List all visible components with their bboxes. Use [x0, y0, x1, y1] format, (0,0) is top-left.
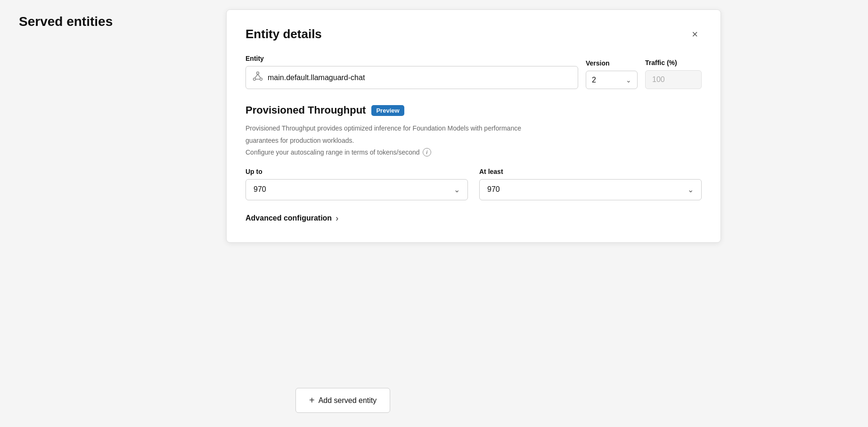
- at-least-chevron-icon: ⌄: [688, 185, 694, 194]
- up-to-value: 970: [254, 185, 266, 194]
- up-to-select[interactable]: 970 ⌄: [246, 179, 468, 200]
- throughput-description-1: Provisioned Throughput provides optimize…: [246, 123, 702, 133]
- modal-container: Entity details × Entity: [226, 9, 721, 243]
- version-field: Version 1 2 3 ⌄: [586, 59, 638, 89]
- up-to-label: Up to: [246, 168, 468, 175]
- throughput-description-2: guarantees for production workloads.: [246, 135, 702, 146]
- svg-point-1: [254, 78, 256, 81]
- at-least-select[interactable]: 970 ⌄: [479, 179, 702, 200]
- at-least-field: At least 970 ⌄: [479, 168, 702, 200]
- provisioned-throughput-heading: Provisioned Throughput: [246, 104, 366, 116]
- entity-label: Entity: [246, 55, 578, 62]
- add-served-entity-button[interactable]: + Add served entity: [295, 388, 390, 413]
- model-icon: [253, 71, 263, 84]
- advanced-config-label: Advanced configuration: [246, 214, 332, 222]
- autoscaling-label-row: Configure your autoscaling range in term…: [246, 148, 702, 156]
- svg-line-3: [255, 74, 258, 78]
- page-background: Served entities Entity details × Entity: [0, 0, 868, 427]
- provisioned-throughput-section: Provisioned Throughput Preview: [246, 104, 702, 116]
- up-to-field: Up to 970 ⌄: [246, 168, 468, 200]
- preview-badge: Preview: [371, 105, 404, 116]
- entity-input-wrapper: [246, 66, 578, 89]
- svg-line-4: [258, 74, 261, 78]
- modal-header: Entity details ×: [246, 27, 702, 41]
- at-least-value: 970: [487, 185, 500, 194]
- entity-field: Entity: [246, 55, 578, 89]
- svg-point-2: [260, 78, 262, 81]
- close-button[interactable]: ×: [688, 27, 702, 41]
- version-label: Version: [586, 59, 638, 67]
- plus-icon: +: [309, 395, 315, 406]
- modal-title: Entity details: [246, 27, 322, 41]
- traffic-field: Traffic (%) 100: [645, 59, 702, 89]
- advanced-config-chevron-icon: ›: [336, 214, 338, 223]
- version-select[interactable]: 1 2 3: [592, 76, 631, 84]
- info-icon[interactable]: i: [423, 148, 431, 156]
- up-to-chevron-icon: ⌄: [454, 185, 460, 194]
- at-least-label: At least: [479, 168, 702, 175]
- entity-row: Entity: [246, 55, 702, 89]
- traffic-value: 100: [645, 70, 702, 89]
- traffic-label: Traffic (%): [645, 59, 702, 66]
- add-entity-label: Add served entity: [319, 396, 377, 405]
- throughput-fields: Up to 970 ⌄ At least 970 ⌄: [246, 168, 702, 200]
- entity-input[interactable]: [268, 74, 571, 82]
- version-select-wrapper[interactable]: 1 2 3 ⌄: [586, 71, 638, 89]
- svg-point-0: [257, 72, 259, 74]
- advanced-config-row[interactable]: Advanced configuration ›: [246, 214, 702, 223]
- autoscaling-label-text: Configure your autoscaling range in term…: [246, 148, 420, 156]
